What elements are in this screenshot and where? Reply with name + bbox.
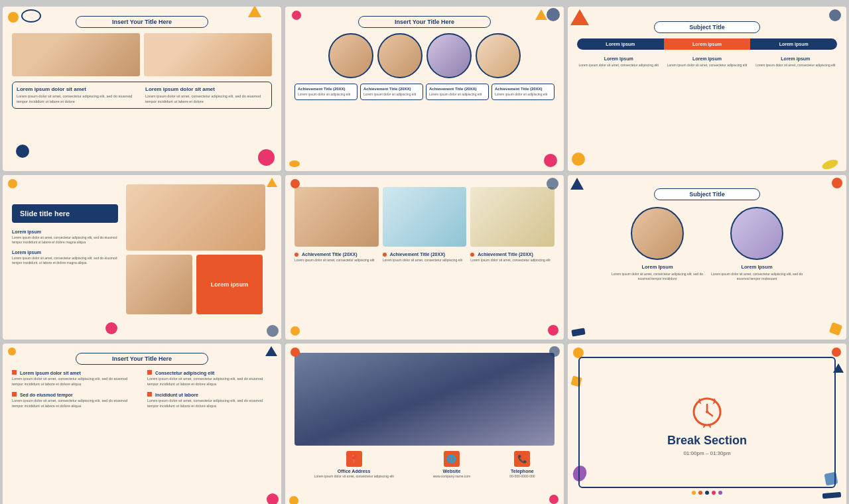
slide3-col3-text: Lorem ipsum dolor sit amet, consectetur … — [754, 63, 837, 68]
slide5-a1-text: Lorem ipsum dolor sit amet, consectetur … — [294, 258, 379, 263]
slide5-a3-text: Lorem ipsum dolor sit amet, consectetur … — [470, 258, 555, 263]
achieve-title-2: Achievement Title (20XX) — [363, 87, 420, 91]
slide9-dots — [692, 491, 722, 495]
slide2-title: Insert Your Title Here — [358, 16, 491, 28]
deco-triangle-s1 — [248, 7, 261, 17]
slide1-col1-text: Lorem ipsum dolor sit amet, consectetur … — [17, 94, 139, 104]
slide3-col2-head: Lorem ipsum — [665, 56, 748, 61]
slide6-people: Lorem Ipsum Lorem ipsum dolor sit amet, … — [577, 207, 837, 281]
deco-blue-s1 — [16, 145, 29, 158]
slide3-hdr-3: Lorem ipsum — [750, 38, 837, 50]
slide5-img2 — [383, 187, 467, 247]
slide8-text2: www.company.name.com — [433, 474, 471, 478]
slide5-a1-head: Achievement Title (20XX) — [302, 252, 358, 257]
slide3-hdr-1: Lorem ipsum — [577, 38, 664, 50]
slide6-name2: Lorem Ipsum — [710, 264, 803, 270]
slide-9: Break Section 01:00pm – 01:30pm — [568, 344, 846, 504]
deco-y-s8 — [289, 496, 298, 504]
slide7-item2: Consectetur adipiscing elit Lorem ipsum … — [147, 370, 272, 387]
slide4-s2-head: Lorem ipsum — [12, 250, 118, 255]
slide7-bullet1 — [12, 370, 17, 375]
slide-8: 📍 Office Address Lorem ipsum dolor sit a… — [285, 344, 564, 504]
deco-o-s8 — [291, 347, 300, 357]
slide6-person1: Lorem Ipsum Lorem ipsum dolor sit amet, … — [611, 207, 704, 281]
slide7-item3: Sed do eiusmod tempor Lorem ipsum dolor … — [12, 392, 137, 409]
slide1-images — [12, 33, 272, 76]
slide4-bottom-row: Lorem ipsum — [126, 255, 272, 314]
slide7-items: Lorem ipsum dolor sit amet Lorem ipsum d… — [12, 370, 272, 409]
deco-tri-s6 — [570, 178, 584, 190]
slide8-contacts: 📍 Office Address Lorem ipsum dolor sit a… — [294, 451, 555, 478]
deco-blue-s3 — [829, 9, 841, 21]
slide8-contact2: 🌐 Website www.company.name.com — [433, 451, 471, 478]
slide7-item3-text: Lorem ipsum dolor sit amet, consectetur … — [12, 399, 137, 409]
slide3-hdr-2: Lorem ipsum — [664, 38, 751, 50]
slide5-img1 — [294, 187, 379, 247]
dot4 — [712, 491, 716, 495]
slide8-contact1: 📍 Office Address Lorem ipsum dolor sit a… — [314, 451, 393, 478]
slide1-img1 — [12, 33, 140, 76]
deco-pk-s8 — [549, 495, 558, 504]
slide2-circle1 — [328, 33, 373, 78]
deco-orange-circle-s1 — [8, 12, 19, 23]
slide5-dot3 — [470, 253, 474, 257]
deco-blue-s2 — [547, 8, 560, 21]
achieve-title-3: Achievement Title (20XX) — [429, 87, 486, 91]
slide1-title: Insert Your Title Here — [76, 16, 208, 28]
slide7-item2-head: Consectetur adipiscing elit — [147, 370, 272, 375]
deco-orange-s6 — [832, 178, 842, 188]
deco-tri-s2 — [535, 9, 547, 20]
slide5-achieve2: Achievement Title (20XX) Lorem ipsum dol… — [383, 252, 467, 263]
deco-banana-s3 — [821, 158, 840, 171]
slide-7: Insert Your Title Here Lorem ipsum dolor… — [3, 344, 281, 504]
slide8-text3: 00-000-0000-000 — [509, 474, 535, 478]
slide8-title1: Office Address — [314, 469, 393, 473]
slide4-s1-head: Lorem ipsum — [12, 229, 118, 234]
slide8-icon1: 📍 — [346, 451, 362, 467]
slide-1: Insert Your Title Here Lorem ipsum dolor… — [3, 7, 281, 171]
deco-pink-s2 — [292, 11, 301, 20]
slide6-name1: Lorem Ipsum — [611, 264, 704, 270]
slide-2: Insert Your Title Here Achievement Title… — [285, 7, 564, 171]
slide3-title: Subject Title — [654, 21, 760, 33]
slide3-col1-head: Lorem ipsum — [577, 56, 660, 61]
slide7-bullet2 — [147, 370, 152, 375]
slide6-person2: Lorem Ipsum Lorem ipsum dolor sit amet, … — [710, 207, 803, 281]
slide5-dot2 — [383, 253, 387, 257]
slide7-item4-head: Incididunt ut labore — [147, 392, 272, 397]
slide2-circle2 — [377, 33, 423, 78]
slide6-avatar2 — [730, 207, 783, 260]
slide6-title: Subject Title — [654, 188, 760, 200]
slide1-col2-text: Lorem ipsum dolor sit amet, consectetur … — [145, 94, 267, 104]
slide3-headers: Lorem ipsum Lorem ipsum Lorem ipsum — [577, 38, 837, 50]
achieve-box-3: Achievement Title (20XX) Lorem ipsum dol… — [426, 84, 489, 100]
slide6-bio1: Lorem ipsum dolor sit amet, consectetur … — [611, 272, 704, 281]
slide2-circles — [294, 33, 555, 78]
achieve-box-4: Achievement Title (20XX) Lorem ipsum dol… — [491, 84, 555, 100]
slide4-right: Lorem ipsum — [126, 184, 272, 330]
slide2-achievements: Achievement Title (20XX) Lorem ipsum dol… — [294, 84, 555, 100]
deco-blue-s5 — [547, 178, 558, 190]
slide4-orange-text: Lorem ipsum — [211, 281, 249, 288]
deco-tri-s7 — [265, 346, 277, 356]
deco-oval-s1 — [21, 9, 41, 23]
slide3-col2-text: Lorem ipsum dolor sit amet, consectetur … — [665, 63, 748, 68]
slide9-border — [578, 357, 836, 488]
slide7-item2-text: Lorem ipsum dolor sit amet, consectetur … — [147, 377, 272, 387]
achieve-text-2: Lorem ipsum dolor sit adipiscing elit — [363, 92, 420, 97]
deco-pink-s5 — [548, 325, 558, 336]
slide3-content: Lorem ipsum Lorem ipsum dolor sit amet, … — [577, 56, 837, 68]
slide5-achieve1: Achievement Title (20XX) Lorem ipsum dol… — [294, 252, 379, 263]
deco-yellow-s2 — [289, 160, 300, 167]
slide2-circle4 — [476, 33, 521, 78]
deco-yellow-s3 — [572, 153, 585, 166]
slide8-text1: Lorem ipsum dolor sit amet, consectetur … — [314, 474, 393, 478]
slide3-col1-text: Lorem ipsum dolor sit amet, consectetur … — [577, 63, 660, 68]
slide-3: Subject Title Lorem ipsum Lorem ipsum Lo… — [568, 7, 846, 171]
slide1-img2 — [144, 33, 272, 76]
slide1-col1: Lorem ipsum dolor sit amet Lorem ipsum d… — [17, 86, 139, 104]
dot5 — [718, 491, 722, 495]
deco-pink-s1 — [258, 149, 275, 166]
slide8-title2: Website — [433, 469, 471, 473]
slide1-content: Lorem ipsum dolor sit amet Lorem ipsum d… — [12, 82, 272, 109]
